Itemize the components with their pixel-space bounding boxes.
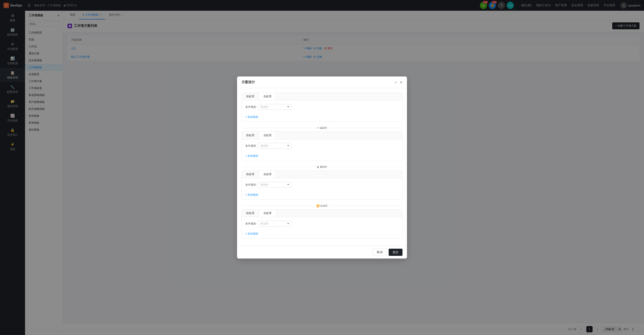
- tab-pre-delete[interactable]: 前处理: [242, 171, 259, 178]
- field-condition-create: 条件规则 请选择: [245, 104, 291, 110]
- field-condition-delete: 条件规则 请选择: [245, 182, 291, 188]
- add-rule-delete-btn[interactable]: + 添加规则: [245, 193, 258, 197]
- modal-body: 前处理 后处理 条件规则 请选择 + 添加规则: [237, 88, 407, 246]
- add-rule-create-btn[interactable]: + 添加规则: [245, 115, 258, 119]
- event-footer-create: + 添加规则: [242, 114, 402, 122]
- expand-icon[interactable]: ⤢: [394, 80, 397, 84]
- delete-icon-divider: 🗑: [317, 166, 319, 168]
- event-block-reassign: 前处理 后处理 条件规则 请选择 + 添加规则: [242, 209, 402, 238]
- event-footer-reassign: + 添加规则: [242, 230, 402, 238]
- condition-select-create[interactable]: 请选择: [258, 104, 291, 110]
- divider-line-left-edit: [242, 128, 315, 128]
- condition-select-delete[interactable]: 请选择: [258, 182, 291, 188]
- condition-select-edit[interactable]: 请选择: [258, 143, 291, 149]
- field-condition-edit: 条件规则 请选择: [245, 143, 291, 149]
- add-rule-edit-btn[interactable]: + 添加规则: [245, 154, 258, 158]
- divider-reassign: 🔀 改派时: [242, 204, 402, 208]
- divider-text-delete: 🗑 删除时: [317, 165, 327, 168]
- tab-pre-reassign[interactable]: 前处理: [242, 210, 259, 217]
- modal-header-actions: ⤢ ✕: [394, 80, 402, 84]
- divider-edit: ✏ 编辑时: [242, 126, 402, 130]
- submit-button[interactable]: 提交: [389, 249, 402, 256]
- divider-line-right-delete: [329, 167, 403, 167]
- event-tabs-reassign: 前处理 后处理: [242, 210, 402, 217]
- field-condition-reassign: 条件规则 请选择: [245, 221, 291, 226]
- modal-overlay[interactable]: 方案设计 ⤢ ✕ 前处理 后处理 条件规则 请选择: [0, 0, 644, 335]
- divider-line-left-reassign: [242, 206, 314, 206]
- condition-select-reassign[interactable]: 请选择: [258, 221, 291, 226]
- event-block-create: 前处理 后处理 条件规则 请选择 + 添加规则: [242, 92, 402, 122]
- reassign-icon-divider: 🔀: [316, 204, 320, 207]
- event-block-delete: 前处理 后处理 条件规则 请选择 + 添加规则: [242, 170, 402, 200]
- event-block-edit: 前处理 后处理 条件规则 请选择 + 添加规则: [242, 132, 402, 161]
- modal-footer: 取消 提交: [237, 246, 407, 258]
- event-body-create: 条件规则 请选择: [242, 100, 402, 114]
- event-tabs-create: 前处理 后处理: [242, 93, 402, 100]
- event-tabs-delete: 前处理 后处理: [242, 171, 402, 178]
- cancel-button[interactable]: 取消: [372, 249, 387, 256]
- tab-pre-create[interactable]: 前处理: [242, 93, 259, 100]
- event-footer-edit: + 添加规则: [242, 152, 402, 160]
- tab-post-delete[interactable]: 后处理: [259, 171, 276, 178]
- condition-label-reassign: 条件规则: [245, 222, 256, 226]
- close-icon[interactable]: ✕: [400, 80, 402, 84]
- tab-post-reassign[interactable]: 后处理: [259, 210, 276, 217]
- condition-label-edit: 条件规则: [245, 144, 256, 148]
- condition-label-create: 条件规则: [245, 105, 256, 109]
- condition-label-delete: 条件规则: [245, 183, 256, 187]
- divider-line-left-delete: [242, 167, 315, 167]
- add-rule-reassign-btn[interactable]: + 添加规则: [245, 232, 258, 236]
- event-tabs-edit: 前处理 后处理: [242, 132, 402, 139]
- divider-text-reassign: 🔀 改派时: [316, 204, 328, 208]
- tab-post-create[interactable]: 后处理: [259, 93, 276, 100]
- tab-pre-edit[interactable]: 前处理: [242, 132, 259, 139]
- divider-delete: 🗑 删除时: [242, 165, 402, 168]
- event-footer-delete: + 添加规则: [242, 191, 402, 200]
- event-body-edit: 条件规则 请选择: [242, 139, 402, 152]
- tab-post-edit[interactable]: 后处理: [259, 132, 276, 139]
- divider-line-right-edit: [329, 128, 403, 128]
- edit-icon-divider: ✏: [317, 126, 319, 130]
- divider-text-edit: ✏ 编辑时: [317, 126, 327, 130]
- modal-title: 方案设计: [242, 80, 255, 84]
- event-body-delete: 条件规则 请选择: [242, 178, 402, 191]
- modal: 方案设计 ⤢ ✕ 前处理 后处理 条件规则 请选择: [237, 76, 407, 258]
- modal-header: 方案设计 ⤢ ✕: [237, 76, 407, 88]
- event-body-reassign: 条件规则 请选择: [242, 217, 402, 230]
- divider-line-right-reassign: [330, 206, 402, 206]
